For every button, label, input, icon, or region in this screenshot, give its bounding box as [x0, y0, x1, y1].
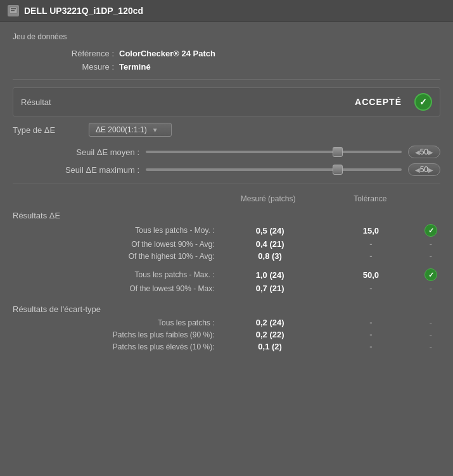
- s2-row1-label: Tous les patchs :: [13, 318, 220, 327]
- row5-tolerance: -: [321, 284, 421, 293]
- row5-measured: 0,7 (21): [220, 284, 321, 293]
- table-row: Tous les patchs - Max. : 1,0 (24) 50,0: [13, 267, 440, 282]
- seuil-moyen-row: Seuil ΔE moyen : ◀ 50 ▶: [13, 146, 440, 158]
- row1-check-icon: [424, 224, 437, 237]
- results-table: Mesuré (patchs) Tolérance Résultats ΔE T…: [13, 192, 440, 353]
- s2-row2-status: -: [421, 330, 440, 339]
- result-value: ACCEPTÉ: [355, 97, 402, 107]
- table-row: Patchs les plus faibles (90 %): 0,2 (22)…: [13, 329, 440, 341]
- seuil-max-value: 50: [420, 165, 428, 174]
- s2-row2-tolerance: -: [321, 330, 421, 339]
- s2-row3-status: -: [421, 342, 440, 351]
- s2-row3-no-icon: -: [430, 342, 432, 351]
- row3-measured: 0,8 (3): [220, 251, 321, 261]
- delta-e-row: Type de ΔE ΔE 2000(1:1:1) ▼: [13, 123, 440, 137]
- table-header: Mesuré (patchs) Tolérance: [13, 192, 440, 206]
- row1-status: [421, 224, 440, 237]
- row2-status: -: [421, 239, 440, 249]
- s2-row2-no-icon: -: [430, 330, 432, 339]
- row5-status: -: [421, 284, 440, 293]
- table-row: Of the lowest 90% - Avg: 0,4 (21) - -: [13, 238, 440, 250]
- section-label: Jeu de données: [13, 32, 440, 41]
- table-row: Patchs les plus élevés (10 %): 0,1 (2) -…: [13, 341, 440, 353]
- header-status-col: [421, 194, 440, 203]
- row1-label: Tous les patchs - Moy. :: [13, 226, 220, 235]
- content-area: Jeu de données Référence : ColorChecker®…: [0, 22, 453, 476]
- seuil-max-slider-track[interactable]: [146, 168, 402, 171]
- s2-row3-label: Patchs les plus élevés (10 %):: [13, 342, 220, 351]
- result-label: Résultat: [21, 97, 355, 107]
- title-bar: DELL UP3221Q_i1DP_120cd: [0, 0, 453, 22]
- row4-tolerance: 50,0: [321, 270, 421, 280]
- table-row: Tous les patchs : 0,2 (24) - -: [13, 316, 440, 329]
- seuil-moyen-slider-container: ◀ 50 ▶: [146, 146, 440, 158]
- reference-label: Référence :: [25, 49, 114, 58]
- seuil-moyen-slider-thumb[interactable]: [333, 147, 343, 157]
- seuil-moyen-value: 50: [420, 147, 428, 156]
- section2-title: Résultats de l'écart-type: [13, 304, 440, 314]
- seuil-max-slider-container: ◀ 50 ▶: [146, 163, 440, 176]
- section1-title: Résultats ΔE: [13, 211, 440, 220]
- delta-e-dropdown[interactable]: ΔE 2000(1:1:1) ▼: [89, 123, 172, 137]
- seuil-moyen-slider-track[interactable]: [146, 151, 402, 153]
- delta-e-label: Type de ΔE: [13, 125, 89, 135]
- row4-check-icon: [424, 268, 437, 281]
- measure-value: Terminé: [119, 62, 151, 72]
- result-check-icon: [414, 93, 432, 111]
- header-measured-col: Mesuré (patchs): [217, 194, 319, 203]
- seuil-max-label: Seuil ΔE maximum :: [13, 165, 139, 175]
- row4-label: Tous les patchs - Max. :: [13, 270, 220, 279]
- seuil-moyen-value-display: ◀ 50 ▶: [408, 146, 440, 158]
- s2-row3-measured: 0,1 (2): [220, 342, 321, 351]
- row4-status: [421, 268, 440, 281]
- row5-label: Of the lowest 90% - Max:: [13, 284, 220, 293]
- measure-row: Mesure : Terminé: [13, 62, 440, 72]
- svg-rect-2: [11, 10, 15, 11]
- s2-row1-tolerance: -: [321, 318, 421, 327]
- slider-right-arrow: ▶: [428, 149, 433, 156]
- row5-no-icon: -: [430, 284, 432, 293]
- s2-row2-measured: 0,2 (22): [220, 330, 321, 339]
- row1-measured: 0,5 (24): [220, 226, 321, 235]
- table-row: Of the lowest 90% - Max: 0,7 (21) - -: [13, 282, 440, 294]
- divider-1: [13, 79, 440, 80]
- row2-tolerance: -: [321, 239, 421, 249]
- table-row: Of the highest 10% - Avg: 0,8 (3) - -: [13, 250, 440, 262]
- row3-tolerance: -: [321, 251, 421, 261]
- seuil-max-row: Seuil ΔE maximum : ◀ 50 ▶: [13, 163, 440, 176]
- measure-label: Mesure :: [25, 62, 114, 72]
- slider-max-right-arrow: ▶: [428, 166, 433, 173]
- row3-status: -: [421, 251, 440, 261]
- s2-row3-tolerance: -: [321, 342, 421, 351]
- slider-left-arrow: ◀: [415, 149, 420, 156]
- header-label-col: [13, 194, 217, 203]
- spacer-1: [13, 262, 440, 267]
- row3-label: Of the highest 10% - Avg:: [13, 252, 220, 261]
- result-row: Résultat ACCEPTÉ: [13, 87, 440, 116]
- dropdown-arrow-icon: ▼: [152, 127, 158, 134]
- row2-no-icon: -: [430, 239, 432, 249]
- dropdown-value: ΔE 2000(1:1:1): [96, 125, 147, 134]
- s2-row1-status: -: [421, 318, 440, 327]
- window-icon: [8, 5, 19, 16]
- s2-row2-label: Patchs les plus faibles (90 %):: [13, 330, 220, 339]
- seuil-moyen-label: Seuil ΔE moyen :: [13, 147, 139, 157]
- window-title: DELL UP3221Q_i1DP_120cd: [24, 6, 143, 16]
- header-tolerance-col: Tolérance: [319, 194, 421, 203]
- reference-value: ColorChecker® 24 Patch: [119, 49, 215, 58]
- s2-row1-measured: 0,2 (24): [220, 318, 321, 327]
- row2-label: Of the lowest 90% - Avg:: [13, 240, 220, 249]
- main-window: DELL UP3221Q_i1DP_120cd Jeu de données R…: [0, 0, 453, 476]
- slider-max-left-arrow: ◀: [415, 166, 420, 173]
- table-row: Tous les patchs - Moy. : 0,5 (24) 15,0: [13, 223, 440, 238]
- row4-measured: 1,0 (24): [220, 270, 321, 280]
- svg-rect-1: [11, 8, 16, 9]
- reference-row: Référence : ColorChecker® 24 Patch: [13, 49, 440, 58]
- seuil-max-value-display: ◀ 50 ▶: [408, 163, 440, 176]
- row2-measured: 0,4 (21): [220, 239, 321, 249]
- seuil-max-slider-thumb[interactable]: [333, 165, 343, 175]
- s2-row1-no-icon: -: [430, 318, 432, 327]
- divider-2: [13, 184, 440, 184]
- spacer-2: [13, 294, 440, 299]
- row1-tolerance: 15,0: [321, 226, 421, 235]
